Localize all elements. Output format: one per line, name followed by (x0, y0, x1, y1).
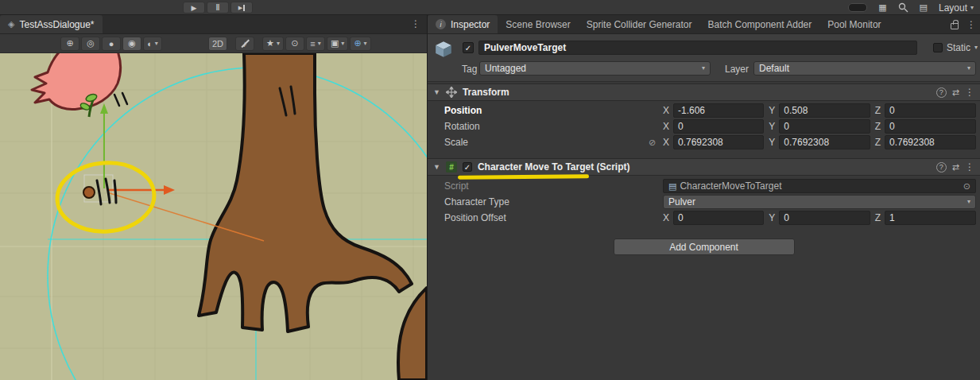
layers-visibility-button[interactable]: ≡▾ (306, 37, 325, 51)
rotation-y-field[interactable]: 0 (779, 119, 870, 134)
shading-mode-button[interactable]: ◐▾ (143, 37, 162, 51)
tab-label: Scene Browser (505, 19, 570, 30)
help-icon[interactable]: ? (936, 87, 947, 98)
foldout-icon[interactable]: ▼ (433, 88, 440, 96)
help-icon[interactable]: ? (936, 162, 947, 173)
tab-label: Pool Monitor (827, 19, 881, 30)
tab-scene[interactable]: ◈ TestAssDialogue* (0, 15, 103, 33)
tab-scene-browser[interactable]: Scene Browser (498, 15, 578, 33)
lock-icon[interactable] (951, 23, 959, 29)
globe-tool-button[interactable]: ◎ (81, 37, 100, 51)
script-value: CharacterMoveToTarget (680, 180, 781, 192)
scene-panel-menu-icon[interactable]: ⋮ (411, 18, 420, 29)
layer-dropdown[interactable]: Default ▾ (753, 61, 976, 76)
scene-canvas (0, 53, 427, 380)
effects-button[interactable]: ★▾ (262, 37, 284, 51)
layout-dropdown[interactable]: Layout ▾ (939, 2, 974, 14)
object-picker-icon[interactable]: ⊙ (963, 181, 970, 192)
presets-icon[interactable]: ⇄ (952, 87, 959, 98)
add-component-button[interactable]: Add Component (614, 238, 795, 255)
active-checkbox[interactable]: ✓ (463, 42, 474, 53)
link-constraint-icon[interactable]: ⊘ (649, 138, 656, 148)
character-type-dropdown[interactable]: Pulver ▾ (663, 195, 976, 209)
target-icon: ◉ (128, 38, 136, 48)
tab-batch-component-adder[interactable]: Batch Component Adder (699, 15, 819, 33)
tab-inspector[interactable]: i Inspector (428, 15, 498, 33)
offset-y-field[interactable]: 0 (779, 211, 870, 225)
script-object-field[interactable]: ▤ CharacterMoveToTarget ⊙ (663, 179, 976, 193)
position-offset-row: Position Offset X0 Y0 Z1 (428, 211, 980, 225)
transform-header[interactable]: ▼ Transform ? ⇄ ⋮ (428, 83, 980, 101)
tag-dropdown[interactable]: Untagged ▾ (479, 61, 711, 76)
offset-z-field[interactable]: 1 (885, 211, 976, 225)
move-script-header[interactable]: ▼ # ✓ Character Move To Target (Script) … (428, 158, 980, 176)
tab-sprite-collider-generator[interactable]: Sprite Collider Generator (579, 15, 700, 33)
axis-z-label: Z (875, 121, 881, 132)
component-menu-icon[interactable]: ⋮ (965, 161, 974, 173)
transform-title: Transform (463, 87, 509, 98)
tab-label: Batch Component Adder (707, 19, 812, 30)
chevron-down-icon: ▾ (341, 41, 344, 47)
component-menu-icon[interactable]: ⋮ (965, 87, 974, 98)
check-icon: ✓ (465, 44, 471, 52)
account-icon[interactable] (848, 3, 867, 12)
axis-x-label: X (663, 121, 669, 132)
audio-mute-button[interactable]: ♪ (235, 37, 254, 51)
scene-tab-icon: ◈ (8, 19, 14, 29)
foldout-icon[interactable]: ▼ (433, 163, 440, 171)
camera-settings-button[interactable]: ▣▾ (327, 37, 348, 51)
static-label: Static (947, 42, 970, 53)
gameobject-name-field[interactable]: PulverMoveTarget (478, 41, 917, 55)
gizmos-button[interactable]: ⊕▾ (350, 37, 370, 51)
pan-tool-button[interactable]: ⊕ (60, 37, 79, 51)
check-icon: ✓ (464, 163, 471, 172)
search-icon[interactable] (898, 2, 908, 13)
offset-x-field[interactable]: 0 (673, 211, 764, 225)
visibility-button[interactable]: ⊙ (285, 37, 304, 51)
pause-icon: ‖ (216, 3, 220, 12)
scene-viewport[interactable] (0, 53, 427, 380)
move-gizmo-y-arrowhead[interactable] (100, 103, 108, 114)
grid-icon[interactable]: ▦ (878, 3, 886, 12)
shading-icon: ◐ (147, 39, 153, 48)
rotation-z-field[interactable]: 0 (885, 119, 976, 134)
tree-root-corner (398, 288, 427, 380)
target-tool-button[interactable]: ◉ (122, 37, 141, 51)
dot-tool-button[interactable]: ● (102, 37, 121, 51)
position-y-field[interactable]: 0.508 (779, 103, 870, 118)
dot-icon: ● (109, 39, 114, 48)
position-x-field[interactable]: -1.606 (673, 103, 764, 118)
tab-pool-monitor[interactable]: Pool Monitor (819, 15, 889, 33)
unity-editor-window: ▶ ‖ ▶ ▦ ▤ Layout ▾ ◈ TestAssDialogue* ⋮ … (0, 0, 980, 380)
pause-button[interactable]: ‖ (207, 2, 229, 14)
static-checkbox[interactable] (933, 43, 943, 52)
rotation-x-field[interactable]: 0 (673, 119, 764, 134)
character-type-row: Character Type Pulver ▾ (428, 195, 980, 209)
pan-icon: ⊕ (66, 38, 73, 48)
play-button[interactable]: ▶ (183, 2, 205, 14)
scene-tab-label: TestAssDialogue* (19, 19, 94, 30)
position-z-field[interactable]: 0 (885, 103, 976, 118)
axis-y-label: Y (769, 121, 775, 132)
scale-z-field[interactable]: 0.7692308 (885, 135, 976, 149)
script-doc-icon: ▤ (668, 181, 676, 192)
scale-label: Scale (444, 137, 468, 148)
2d-label: 2D (212, 39, 223, 48)
script-row: Script ▤ CharacterMoveToTarget ⊙ (428, 179, 980, 193)
inspector-tab-bar: i Inspector Scene Browser Sprite Collide… (428, 15, 980, 34)
presets-icon[interactable]: ⇄ (952, 162, 959, 173)
chevron-down-icon: ▾ (967, 199, 970, 205)
character-sprite[interactable] (83, 187, 95, 198)
scale-x-field[interactable]: 0.7692308 (673, 135, 764, 149)
position-offset-label: Position Offset (444, 212, 506, 223)
scale-y-field[interactable]: 0.7692308 (779, 135, 870, 149)
2d-toggle-button[interactable]: 2D (208, 37, 227, 51)
static-control[interactable]: Static ▾ (933, 42, 978, 53)
step-icon: ▶ (238, 5, 242, 11)
step-button[interactable]: ▶ (230, 2, 253, 14)
inspector-menu-icon[interactable]: ⋮ (966, 19, 976, 30)
component-enabled-checkbox[interactable]: ✓ (463, 162, 472, 172)
axis-y-label: Y (769, 212, 775, 223)
step-bar-icon (243, 5, 245, 11)
layers-icon[interactable]: ▤ (920, 3, 928, 12)
